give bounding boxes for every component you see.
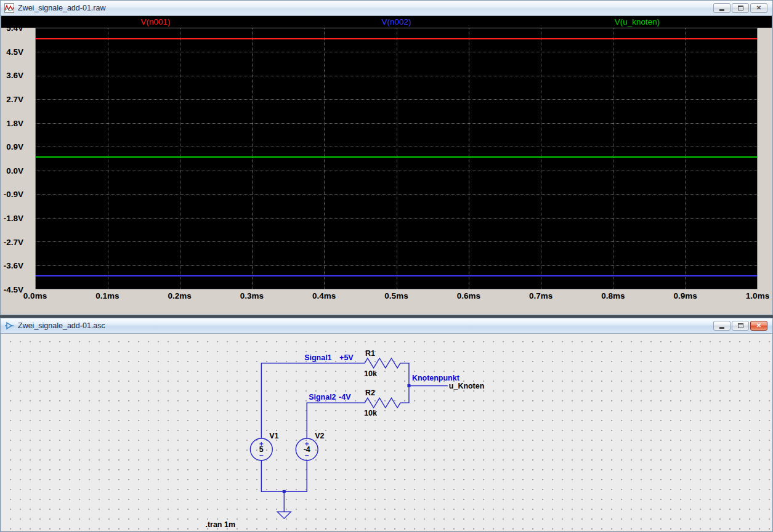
x-axis[interactable]: 0.0ms0.1ms0.2ms0.3ms0.4ms0.5ms0.6ms0.7ms… — [35, 291, 758, 302]
schematic-label-+5V[interactable]: +5V — [339, 353, 354, 362]
schematic-label-Knotenpunkt[interactable]: Knotenpunkt — [412, 374, 459, 382]
trace-legend-items: V(n001)V(n002)V(u_knoten) — [35, 16, 758, 28]
v-gridline — [180, 28, 180, 289]
y-axis-tick-label: 0.0V — [6, 166, 23, 175]
trace-V(n002)[interactable] — [36, 275, 757, 276]
window-controls: ✕ — [713, 3, 769, 13]
close-button[interactable]: ✕ — [750, 321, 767, 331]
wire[interactable] — [404, 385, 409, 403]
v-gridline — [324, 28, 325, 289]
y-axis-tick-label: -3.6V — [4, 261, 23, 270]
maximize-button[interactable] — [732, 3, 749, 13]
x-axis-tick-label: 0.7ms — [529, 291, 552, 300]
vsource-name-V2[interactable]: V2 — [315, 432, 324, 440]
wire[interactable] — [404, 363, 409, 386]
schematic-label--4V[interactable]: -4V — [339, 393, 351, 401]
vsource-value-V2[interactable]: -4 — [304, 445, 310, 454]
y-axis-tick-label: -4.5V — [4, 285, 23, 294]
close-button[interactable]: ✕ — [750, 3, 767, 13]
resistor-R1[interactable] — [361, 358, 404, 368]
schematic-label-u_Knoten[interactable]: u_Knoten — [449, 382, 484, 390]
vsource-name-V1[interactable]: V1 — [269, 432, 278, 440]
x-axis-tick-label: 0.2ms — [168, 291, 191, 300]
schematic-canvas[interactable]: R110kR210kV15V2-4Signal1+5VSignal2-4VKno… — [1, 334, 772, 531]
y-axis-tick-label: -2.7V — [4, 237, 23, 246]
trace-legend: V(n001)V(n002)V(u_knoten) — [1, 16, 772, 28]
y-axis-tick-label: 1.8V — [6, 118, 23, 127]
y-axis-tick-label: 4.5V — [6, 47, 23, 56]
trace-V(u_knoten)[interactable] — [36, 156, 757, 158]
minimize-button[interactable] — [713, 321, 731, 331]
y-axis-tick-label: 3.6V — [6, 71, 23, 80]
junction-dot — [407, 384, 410, 387]
resistor-R2[interactable] — [361, 398, 404, 408]
y-axis[interactable]: 5.4V4.5V3.6V2.7V1.8V0.9V0.0V-0.9V-1.8V-2… — [1, 28, 27, 289]
schematic-label-Signal2[interactable]: Signal2 — [309, 393, 336, 401]
v-gridline — [469, 28, 469, 289]
v-gridline — [541, 28, 541, 289]
v-gridline — [397, 28, 397, 289]
x-axis-tick-label: 0.4ms — [312, 291, 336, 300]
maximize-icon — [738, 6, 743, 10]
waveform-window: Zwei_signale_add-01.raw ✕ V(n001)V(n002)… — [0, 0, 773, 315]
close-icon: ✕ — [756, 323, 761, 329]
junction-dot — [283, 490, 286, 493]
resistor-value-R1[interactable]: 10k — [364, 369, 377, 378]
x-axis-tick-label: 0.9ms — [674, 291, 697, 300]
wire[interactable] — [261, 461, 307, 492]
x-axis-tick-label: 1.0ms — [746, 291, 769, 300]
trace-label-V(n001)[interactable]: V(n001) — [35, 17, 276, 26]
spice-directive[interactable]: .tran 1m — [205, 520, 235, 529]
v-gridline — [685, 28, 686, 289]
x-axis-tick-label: 0.1ms — [95, 291, 119, 300]
schematic-titlebar[interactable]: Zwei_signale_add-01.asc ✕ — [1, 318, 772, 334]
schematic-drawing: R110kR210kV15V2-4Signal1+5VSignal2-4VKno… — [1, 334, 772, 531]
schematic-label-Signal1[interactable]: Signal1 — [304, 353, 331, 362]
desktop: Zwei_signale_add-01.raw ✕ V(n001)V(n002)… — [0, 0, 773, 532]
maximize-button[interactable] — [732, 321, 749, 331]
close-icon: ✕ — [756, 5, 761, 11]
x-axis-tick-label: 0.3ms — [240, 291, 264, 300]
waveform-window-title: Zwei_signale_add-01.raw — [18, 4, 105, 12]
waveform-titlebar[interactable]: Zwei_signale_add-01.raw ✕ — [1, 1, 772, 16]
x-axis-tick-label: 0.6ms — [457, 291, 480, 300]
minimize-button[interactable] — [713, 3, 731, 13]
waveform-pane: V(n001)V(n002)V(u_knoten) 5.4V4.5V3.6V2.… — [1, 16, 772, 314]
ground-symbol[interactable] — [277, 512, 291, 518]
window-controls: ✕ — [713, 321, 769, 331]
resistor-name-R2[interactable]: R2 — [365, 389, 375, 397]
schematic-window-title: Zwei_signale_add-01.asc — [18, 321, 105, 330]
trace-V(n001)[interactable] — [36, 38, 757, 39]
trace-label-V(n002)[interactable]: V(n002) — [276, 17, 517, 26]
y-axis-tick-label: 2.7V — [6, 94, 23, 103]
vsource-value-V1[interactable]: 5 — [259, 445, 264, 454]
x-axis-tick-label: 0.5ms — [384, 291, 408, 300]
resistor-name-R1[interactable]: R1 — [365, 349, 375, 358]
trace-label-V(u_knoten)[interactable]: V(u_knoten) — [517, 17, 758, 26]
x-axis-tick-label: 0.8ms — [601, 291, 625, 300]
minimize-icon — [719, 9, 724, 11]
minimize-icon — [719, 327, 724, 329]
maximize-icon — [738, 323, 743, 328]
schematic-doc-icon — [4, 321, 14, 331]
plot-area[interactable] — [35, 28, 758, 289]
v-gridline — [252, 28, 253, 289]
schematic-window: Zwei_signale_add-01.asc ✕ R110kR210kV15V… — [0, 318, 773, 532]
v-gridline — [613, 28, 613, 289]
y-axis-tick-label: 5.4V — [6, 23, 23, 33]
v-gridline — [108, 28, 108, 289]
x-axis-tick-label: 0.0ms — [23, 291, 47, 300]
waveform-doc-icon — [4, 3, 14, 13]
y-axis-tick-label: -0.9V — [4, 190, 23, 199]
y-axis-tick-label: -1.8V — [4, 214, 23, 223]
y-axis-tick-label: 0.9V — [6, 142, 23, 151]
resistor-value-R2[interactable]: 10k — [364, 409, 377, 417]
